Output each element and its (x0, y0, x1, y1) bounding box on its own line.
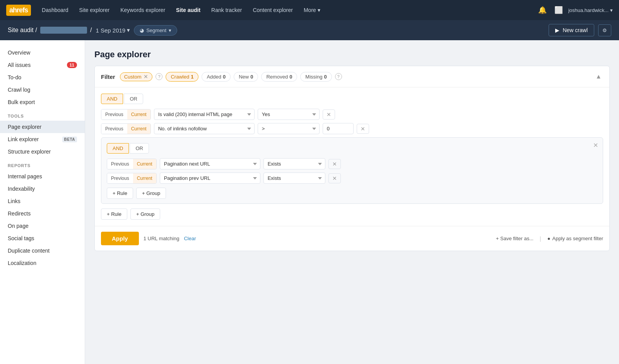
settings-btn[interactable]: ⚙ (598, 24, 611, 36)
curr-btn-2[interactable]: Current (127, 124, 150, 134)
sub-add-rule-btn[interactable]: + Rule (107, 188, 133, 199)
remove-row-2-icon[interactable]: ✕ (357, 124, 369, 134)
notifications-icon[interactable]: 🔔 (536, 4, 549, 16)
sidebar-item-indexability[interactable]: Indexability (0, 183, 85, 195)
segment-pie-icon-footer: ● (547, 236, 551, 241)
missing-count: 0 (324, 74, 327, 80)
custom-tag-label: Custom (124, 74, 142, 80)
sidebar-item-overview[interactable]: Overview (0, 46, 85, 59)
collapse-filter-icon[interactable]: ▲ (594, 72, 603, 82)
sub-operator-select-1[interactable]: Exists (263, 158, 325, 169)
filter-tab-removed[interactable]: Removed 0 (261, 72, 297, 82)
sidebar-item-internal-pages[interactable]: Internal pages (0, 170, 85, 183)
clear-link[interactable]: Clear (184, 236, 196, 241)
sidebar-links-label: Links (8, 198, 21, 204)
sub-and-btn[interactable]: AND (107, 143, 129, 154)
sidebar-indexability-label: Indexability (8, 186, 35, 192)
sub-remove-row-1-icon[interactable]: ✕ (328, 159, 341, 169)
sidebar-item-social-tags[interactable]: Social tags (0, 232, 85, 244)
sidebar-item-link-explorer[interactable]: Link explorer BETA (0, 133, 85, 145)
new-label: New (239, 74, 249, 80)
filter-panel: Filter Custom ✕ ? Crawled 1 Added 0 New … (94, 66, 610, 251)
removed-count: 0 (289, 74, 292, 80)
prev-btn-2[interactable]: Previous (101, 124, 127, 134)
sub-add-group-btn[interactable]: + Group (136, 188, 166, 199)
sub-curr-btn-2[interactable]: Current (133, 173, 156, 183)
remove-row-1-icon[interactable]: ✕ (323, 109, 335, 120)
filter-row-2: Previous Current No. of inlinks nofollow… (101, 123, 603, 134)
sub-add-btns: + Rule + Group (107, 188, 597, 199)
operator-select-2[interactable]: > (258, 123, 320, 134)
tabs-help-icon[interactable]: ? (335, 73, 342, 80)
sub-prev-curr-1: Previous Current (107, 159, 157, 169)
sub-filter-row-1: Previous Current Pagination next URL Exi… (107, 158, 597, 169)
sub-remove-row-2-icon[interactable]: ✕ (328, 173, 341, 183)
user-label: joshua.hardwick... (568, 7, 609, 13)
segment-btn[interactable]: ◕ Segment ▾ (134, 25, 177, 36)
sub-prev-btn-1[interactable]: Previous (107, 159, 133, 169)
top-or-btn[interactable]: OR (124, 94, 143, 104)
display-icon[interactable]: ⬜ (552, 4, 565, 16)
user-menu[interactable]: joshua.hardwick... ▾ (568, 7, 613, 13)
filter-help-icon[interactable]: ? (156, 73, 162, 80)
page-title: Page explorer (94, 50, 610, 60)
apply-segment-filter-btn[interactable]: ● Apply as segment filter (547, 236, 603, 241)
sidebar-item-bulk-export[interactable]: Bulk export (0, 96, 85, 108)
field-select-2[interactable]: No. of inlinks nofollow (154, 123, 255, 134)
top-and-btn[interactable]: AND (101, 94, 123, 104)
sub-prev-btn-2[interactable]: Previous (107, 173, 133, 183)
filter-tabs: Filter Custom ✕ ? Crawled 1 Added 0 New … (95, 66, 609, 87)
nav-site-audit[interactable]: Site audit (171, 4, 205, 16)
field-select-1[interactable]: Is valid (200) internal HTML page (154, 109, 255, 120)
curr-btn-1[interactable]: Current (127, 109, 150, 120)
nav-content-explorer[interactable]: Content explorer (248, 4, 298, 16)
sidebar-item-todo[interactable]: To-do (0, 71, 85, 84)
sidebar-page-explorer-label: Page explorer (8, 124, 41, 130)
new-crawl-btn[interactable]: ▶ New crawl (549, 24, 594, 36)
removed-label: Removed (266, 74, 288, 80)
sidebar-item-on-page[interactable]: On page (0, 220, 85, 232)
nav-rank-tracker[interactable]: Rank tracker (207, 4, 246, 16)
add-group-btn[interactable]: + Group (130, 208, 160, 220)
nav-keywords-explorer[interactable]: Keywords explorer (116, 4, 170, 16)
filter-tab-new[interactable]: New 0 (234, 72, 258, 82)
sub-curr-btn-1[interactable]: Current (133, 159, 156, 169)
filter-tab-missing[interactable]: Missing 0 (300, 72, 332, 82)
sidebar-item-crawl-log[interactable]: Crawl log (0, 84, 85, 96)
date-picker-btn[interactable]: 1 Sep 2019 ▾ (96, 27, 130, 34)
sidebar-on-page-label: On page (8, 223, 29, 229)
operator-select-1[interactable]: Yes (258, 109, 320, 120)
logo[interactable]: ahrefs (6, 5, 31, 16)
custom-filter-tag[interactable]: Custom ✕ (120, 72, 153, 81)
save-filter-btn[interactable]: + Save filter as... (496, 236, 534, 241)
sidebar-item-duplicate-content[interactable]: Duplicate content (0, 244, 85, 257)
sub-filter-group: ✕ AND OR Previous Current Pagination n (101, 137, 603, 204)
value-input-2[interactable] (323, 123, 354, 134)
sub-operator-select-2[interactable]: Exists (263, 173, 325, 184)
sidebar-item-localization[interactable]: Localization (0, 257, 85, 269)
nav-more[interactable]: More ▾ (299, 4, 325, 16)
sub-or-btn[interactable]: OR (130, 143, 149, 154)
crawled-label: Crawled (171, 74, 189, 80)
sidebar-item-redirects[interactable]: Redirects (0, 207, 85, 220)
apply-btn[interactable]: Apply (101, 232, 139, 245)
nav-site-explorer[interactable]: Site explorer (75, 4, 115, 16)
nav-dashboard[interactable]: Dashboard (37, 4, 73, 16)
breadcrumb-separator: / (90, 27, 92, 34)
sidebar-item-page-explorer[interactable]: Page explorer (0, 121, 85, 133)
remove-custom-filter-icon[interactable]: ✕ (144, 74, 148, 79)
sidebar-internal-pages-label: Internal pages (8, 173, 42, 179)
filter-tab-added[interactable]: Added 0 (202, 72, 231, 82)
add-rule-btn[interactable]: + Rule (101, 208, 127, 220)
sidebar-item-links[interactable]: Links (0, 195, 85, 207)
sidebar-item-structure-explorer[interactable]: Structure explorer (0, 145, 85, 158)
sub-field-select-2[interactable]: Pagination prev URL (160, 173, 260, 184)
filter-tab-crawled[interactable]: Crawled 1 (166, 72, 198, 82)
sidebar-todo-label: To-do (8, 74, 21, 80)
sidebar-item-all-issues[interactable]: All issues 11 (0, 59, 85, 71)
sidebar-crawl-log-label: Crawl log (8, 87, 30, 93)
close-sub-group-icon[interactable]: ✕ (593, 142, 598, 149)
filter-body: AND OR Previous Current Is valid (200) i… (95, 87, 609, 226)
sub-field-select-1[interactable]: Pagination next URL (160, 158, 260, 169)
prev-btn-1[interactable]: Previous (101, 109, 127, 120)
